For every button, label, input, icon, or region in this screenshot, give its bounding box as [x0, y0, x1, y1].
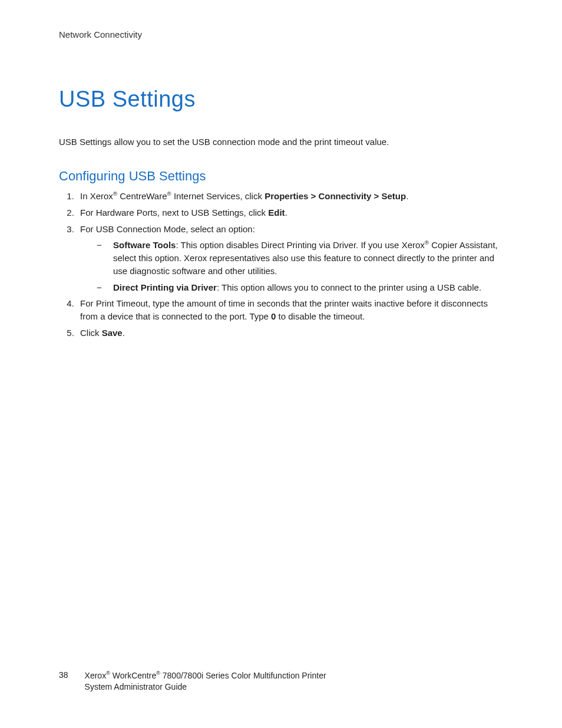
reg-mark: ®	[106, 671, 110, 677]
step-3: For USB Connection Mode, select an optio…	[77, 223, 503, 294]
intro-paragraph: USB Settings allow you to set the USB co…	[59, 136, 503, 148]
step-3-sublist: Software Tools: This option disables Dir…	[80, 239, 503, 294]
step-2-post: .	[285, 207, 287, 218]
step-2-bold: Edit	[268, 207, 285, 218]
step-3-sub2-post: : This option allows you to connect to t…	[217, 282, 481, 292]
step-5-pre: Click	[80, 328, 102, 338]
document-page: Network Connectivity USB Settings USB Se…	[0, 0, 562, 728]
step-3-sub2: Direct Printing via Driver: This option …	[97, 281, 503, 294]
footer-line1: Xerox® WorkCentre® 7800/7800i Series Col…	[85, 670, 326, 681]
reg-mark: ®	[113, 190, 117, 197]
step-5-bold: Save	[102, 328, 123, 338]
footer-line1-pre: Xerox	[85, 671, 107, 680]
footer-line1-post: 7800/7800i Series Color Multifunction Pr…	[160, 671, 326, 680]
step-2-pre: For Hardware Ports, next to USB Settings…	[80, 207, 268, 218]
step-3-sub1-bold: Software Tools	[113, 240, 176, 250]
reg-mark: ®	[425, 239, 429, 246]
step-2: For Hardware Ports, next to USB Settings…	[77, 206, 503, 219]
footer-text: Xerox® WorkCentre® 7800/7800i Series Col…	[85, 670, 326, 693]
step-3-sub1: Software Tools: This option disables Dir…	[97, 239, 503, 277]
step-5-post: .	[123, 328, 125, 338]
page-number: 38	[59, 670, 68, 680]
footer-line2: System Administrator Guide	[85, 681, 326, 693]
step-4: For Print Timeout, type the amount of ti…	[77, 297, 503, 323]
step-1-post: .	[406, 191, 408, 201]
step-1: In Xerox® CentreWare® Internet Services,…	[77, 190, 503, 203]
step-3-text: For USB Connection Mode, select an optio…	[80, 224, 255, 234]
step-3-sub1-mid1: : This option disables Direct Printing v…	[176, 240, 424, 250]
step-1-mid2: Internet Services, click	[171, 191, 265, 201]
running-header: Network Connectivity	[59, 29, 503, 39]
step-4-post: to disable the timeout.	[276, 311, 365, 321]
page-title: USB Settings	[59, 87, 503, 112]
step-1-mid1: CentreWare	[117, 191, 167, 201]
page-footer: 38 Xerox® WorkCentre® 7800/7800i Series …	[59, 670, 326, 693]
steps-list: In Xerox® CentreWare® Internet Services,…	[59, 190, 503, 340]
step-3-sub2-bold: Direct Printing via Driver	[113, 282, 217, 292]
footer-line1-mid: WorkCentre	[110, 671, 156, 680]
step-5: Click Save.	[77, 327, 503, 340]
reg-mark: ®	[167, 190, 171, 197]
section-heading: Configuring USB Settings	[59, 169, 503, 184]
step-1-bold: Properties > Connectivity > Setup	[265, 191, 406, 201]
step-1-pre: In Xerox	[80, 191, 113, 201]
reg-mark: ®	[156, 671, 160, 677]
